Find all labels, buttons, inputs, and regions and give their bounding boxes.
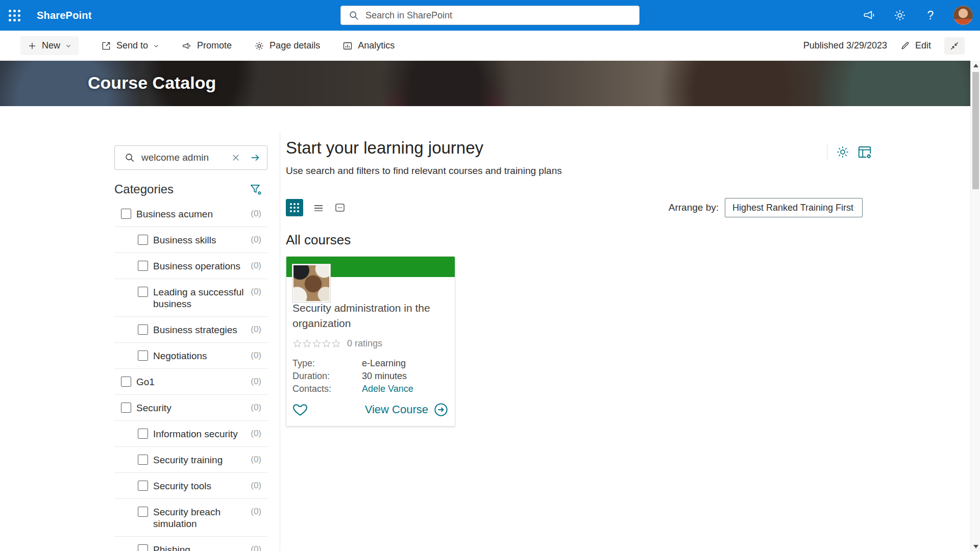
category-label: Information security [153, 428, 251, 440]
clear-search-icon[interactable] [231, 153, 240, 162]
settings-gear-icon[interactable] [892, 8, 908, 23]
checkbox[interactable] [138, 287, 148, 297]
category-count: (0) [251, 260, 261, 271]
user-avatar[interactable] [953, 6, 973, 25]
category-row[interactable]: Security(0) [114, 395, 267, 421]
promote-label: Promote [197, 40, 232, 51]
category-row[interactable]: Leading a successful business(0) [114, 279, 267, 317]
course-card[interactable]: Security administration in the organizat… [286, 256, 455, 427]
category-row[interactable]: Negotiations(0) [114, 343, 267, 369]
course-title[interactable]: Security administration in the organizat… [292, 300, 449, 331]
view-course-button[interactable]: View Course [365, 402, 449, 417]
category-row[interactable]: Information security(0) [114, 421, 267, 447]
suite-bar-actions: ? [862, 0, 973, 31]
chevron-down-icon [153, 43, 159, 49]
category-row[interactable]: Business acumen(0) [114, 201, 267, 227]
suite-search-input[interactable] [365, 10, 632, 21]
category-count: (0) [251, 480, 261, 491]
section-subtitle: Use search and filters to find relevant … [286, 165, 863, 177]
checkbox[interactable] [138, 324, 148, 335]
category-label: Business operations [153, 260, 251, 272]
sidebar-divider [280, 131, 280, 551]
course-search-box[interactable] [114, 145, 267, 170]
gear-icon [254, 41, 264, 51]
promote-button[interactable]: Promote [182, 40, 232, 51]
suite-search-box[interactable] [340, 6, 640, 25]
list-view-icon [312, 202, 325, 214]
command-bar: New Send to Promote Page details Analyti… [0, 31, 980, 61]
duration-label: Duration: [292, 370, 362, 383]
scrollbar-thumb[interactable] [972, 72, 979, 189]
category-row[interactable]: Business operations(0) [114, 253, 267, 279]
checkbox[interactable] [138, 429, 148, 439]
checkbox[interactable] [138, 507, 148, 517]
list-view-button[interactable] [312, 202, 325, 214]
category-row[interactable]: Business strategies(0) [114, 317, 267, 343]
arrange-by-dropdown[interactable]: Highest Ranked Training First [725, 198, 863, 217]
contacts-label: Contacts: [292, 383, 362, 395]
hero-banner: Course Catalog [0, 61, 970, 106]
section-heading: Start your learning journey [286, 138, 863, 158]
scroll-up-arrow[interactable] [971, 61, 980, 70]
announcement-icon[interactable] [862, 8, 877, 23]
view-course-label: View Course [365, 403, 428, 416]
filter-funnel-icon[interactable] [249, 183, 262, 196]
categories-header: Categories [114, 182, 267, 196]
star-rating-icons [292, 339, 341, 348]
help-icon[interactable]: ? [923, 8, 938, 23]
category-row[interactable]: Go1(0) [114, 369, 267, 395]
checkbox[interactable] [138, 350, 148, 361]
send-to-button[interactable]: Send to [101, 40, 159, 51]
arrange-by-label: Arrange by: [669, 202, 719, 213]
app-name[interactable]: SharePoint [37, 10, 92, 21]
category-label: Business strategies [153, 324, 251, 336]
category-row[interactable]: Phishing(0) [114, 537, 267, 551]
submit-search-icon[interactable] [250, 152, 261, 163]
category-row[interactable]: Business skills(0) [114, 227, 267, 253]
category-row[interactable]: Security training(0) [114, 447, 267, 473]
contact-link[interactable]: Adele Vance [362, 383, 413, 395]
checkbox[interactable] [138, 544, 148, 551]
category-count: (0) [251, 506, 261, 517]
page-details-button[interactable]: Page details [254, 40, 320, 51]
category-label: Security training [153, 454, 251, 466]
category-count: (0) [251, 428, 261, 439]
checkbox[interactable] [138, 261, 148, 271]
megaphone-icon [182, 41, 192, 51]
pencil-icon [900, 41, 910, 51]
main-content: Start your learning journey Use search a… [286, 138, 863, 427]
category-row[interactable]: Security tools(0) [114, 473, 267, 499]
filter-sidebar: Categories Business acumen(0) Business s… [114, 145, 267, 551]
category-count: (0) [251, 350, 261, 361]
analytics-chart-icon [342, 41, 353, 51]
course-thumbnail [292, 264, 330, 302]
category-count: (0) [251, 544, 261, 551]
favorite-heart-icon[interactable] [292, 402, 308, 417]
edit-button[interactable]: Edit [900, 40, 931, 51]
category-label: Business skills [153, 234, 251, 246]
duration-value: 30 minutes [362, 370, 407, 383]
new-button[interactable]: New [20, 36, 79, 55]
suite-bar: SharePoint ? [0, 0, 980, 31]
scroll-down-arrow[interactable] [971, 542, 980, 551]
checkbox[interactable] [121, 209, 131, 219]
checkbox[interactable] [121, 403, 131, 413]
plus-icon [28, 41, 37, 51]
category-count: (0) [251, 402, 261, 413]
category-label: Security breach simulation [153, 506, 251, 530]
collapse-view-button[interactable] [944, 37, 965, 55]
page-details-label: Page details [270, 40, 320, 51]
course-search-input[interactable] [141, 152, 225, 163]
category-row[interactable]: Security breach simulation(0) [114, 499, 267, 537]
category-count: (0) [251, 234, 261, 245]
page-scrollbar[interactable] [970, 61, 980, 551]
analytics-button[interactable]: Analytics [342, 40, 395, 51]
app-launcher-button[interactable] [0, 0, 29, 31]
checkbox[interactable] [138, 235, 148, 245]
checkbox[interactable] [138, 455, 148, 465]
compact-view-button[interactable] [334, 202, 346, 214]
checkbox[interactable] [121, 377, 131, 387]
checkbox[interactable] [138, 481, 148, 491]
grid-view-button[interactable] [286, 199, 303, 216]
arrange-by-control: Arrange by: Highest Ranked Training Firs… [669, 198, 863, 217]
